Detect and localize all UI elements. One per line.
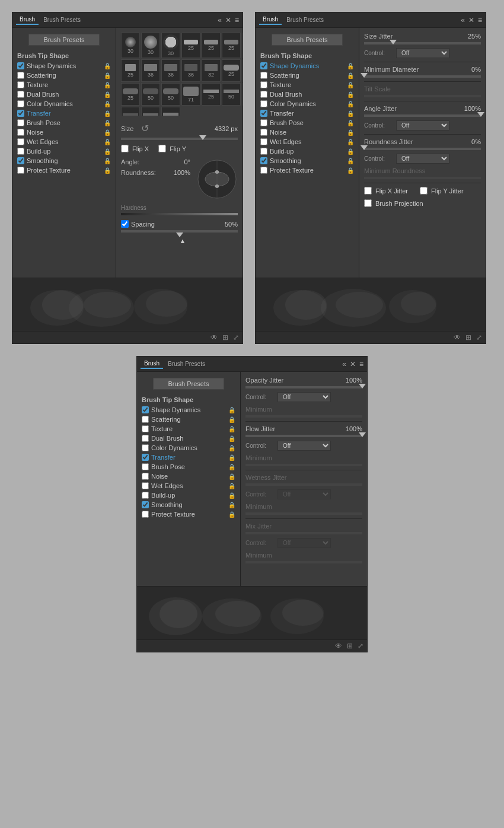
cb-flip-y[interactable] [158, 145, 166, 152]
brush-cell-4[interactable]: 25 [181, 33, 200, 58]
cb-protect-texture-2[interactable] [260, 167, 267, 174]
angle-circle-container[interactable] [196, 158, 238, 200]
sidebar-color-dynamics-3[interactable]: Color Dynamics 🔒 [137, 443, 240, 453]
sidebar-color-dynamics-1[interactable]: Color Dynamics 🔒 [12, 99, 116, 109]
sidebar-brush-pose-1[interactable]: Brush Pose 🔒 [12, 118, 116, 128]
cb-noise-2[interactable] [260, 129, 267, 136]
cb-transfer-2[interactable] [260, 110, 267, 117]
cb-noise-3[interactable] [142, 473, 149, 480]
cb-brush-pose-2[interactable] [260, 119, 267, 126]
cb-wet-edges-1[interactable] [17, 138, 24, 145]
preview-eye-icon-3[interactable]: 👁 [335, 642, 342, 650]
sidebar-wet-edges-1[interactable]: Wet Edges 🔒 [12, 137, 116, 147]
size-slider-1[interactable] [121, 138, 238, 140]
cb-texture-1[interactable] [17, 81, 24, 88]
cb-protect-texture-3[interactable] [142, 511, 149, 518]
sidebar-scattering-3[interactable]: Scattering 🔒 [137, 415, 240, 424]
menu-icon-1[interactable]: ≡ [235, 16, 239, 24]
sidebar-buildup-2[interactable]: Build-up 🔒 [256, 147, 359, 156]
preview-grid-icon-3[interactable]: ⊞ [347, 642, 353, 650]
cb-brush-pose-1[interactable] [17, 119, 24, 126]
sidebar-texture-2[interactable]: Texture 🔒 [256, 80, 359, 90]
brush-presets-btn-1[interactable]: Brush Presets [28, 34, 100, 46]
sidebar-shape-dynamics-2[interactable]: Shape Dynamics 🔒 [256, 61, 359, 71]
sidebar-brush-pose-2[interactable]: Brush Pose 🔒 [256, 118, 359, 128]
roundness-jitter-slider[interactable] [364, 148, 481, 150]
cb-dual-brush-1[interactable] [17, 91, 24, 98]
brush-presets-btn-2[interactable]: Brush Presets [272, 34, 343, 46]
sidebar-smoothing-3[interactable]: Smoothing 🔒 [137, 500, 240, 509]
cb-transfer-1[interactable] [17, 110, 24, 117]
sidebar-color-dynamics-2[interactable]: Color Dynamics 🔒 [256, 99, 359, 109]
brush-cell-5[interactable]: 25 [202, 33, 221, 58]
sidebar-transfer-3[interactable]: Transfer 🔒 [137, 453, 240, 462]
tab-brush-presets-3[interactable]: Brush Presets [164, 359, 209, 368]
sidebar-buildup-3[interactable]: Build-up 🔒 [137, 491, 240, 500]
cb-texture-2[interactable] [260, 81, 267, 88]
flow-jitter-slider[interactable] [245, 435, 362, 437]
brush-cell-11[interactable]: 36 [181, 59, 200, 82]
sidebar-brush-pose-3[interactable]: Brush Pose 🔒 [137, 462, 240, 472]
angle-jitter-select[interactable]: Off [396, 120, 449, 130]
brush-cell-21[interactable]: 50 [242, 83, 243, 106]
size-jitter-slider[interactable] [364, 42, 481, 44]
sidebar-smoothing-2[interactable]: Smoothing 🔒 [256, 156, 359, 165]
cb-shape-dynamics-2[interactable] [260, 62, 267, 69]
sidebar-dual-brush-3[interactable]: Dual Brush 🔒 [137, 434, 240, 443]
brush-cell-16[interactable]: 50 [141, 83, 160, 106]
collapse-icon-3[interactable]: « [342, 360, 346, 368]
sidebar-shape-dynamics-3[interactable]: Shape Dynamics 🔒 [137, 405, 240, 415]
cb-color-dynamics-1[interactable] [17, 100, 24, 107]
cb-dual-brush-3[interactable] [142, 435, 149, 442]
close-icon-2[interactable]: ✕ [468, 16, 474, 24]
tab-brush-1[interactable]: Brush [16, 15, 39, 25]
hardness-slider[interactable] [121, 213, 238, 215]
preview-eye-icon[interactable]: 👁 [210, 333, 218, 342]
preview-resize-icon-3[interactable]: ⤢ [358, 642, 363, 650]
tab-brush-presets-1[interactable]: Brush Presets [40, 15, 84, 24]
cb-scattering-1[interactable] [17, 72, 24, 79]
sidebar-noise-3[interactable]: Noise 🔒 [137, 472, 240, 481]
brush-cell-14[interactable]: 50 [242, 59, 243, 82]
angle-jitter-slider[interactable] [364, 114, 481, 117]
cb-noise-1[interactable] [17, 129, 24, 136]
brush-cell-20[interactable]: 50 [222, 83, 241, 106]
sidebar-transfer-1[interactable]: Transfer 🔒 [12, 109, 116, 118]
size-jitter-select[interactable]: Off [396, 48, 449, 58]
cb-buildup-2[interactable] [260, 148, 267, 155]
sidebar-smoothing-1[interactable]: Smoothing 🔒 [12, 156, 116, 165]
collapse-icon-2[interactable]: « [461, 16, 465, 24]
menu-icon-2[interactable]: ≡ [478, 16, 482, 24]
collapse-icon-1[interactable]: « [218, 16, 222, 24]
brush-cell-3[interactable]: 30 [161, 33, 180, 58]
sidebar-shape-dynamics-1[interactable]: Shape Dynamics 🔒 [12, 61, 116, 71]
cb-brush-pose-3[interactable] [142, 463, 149, 470]
brush-cell-13[interactable]: 25 [222, 59, 241, 82]
cb-spacing[interactable] [121, 220, 129, 228]
cb-flip-x-jitter[interactable] [364, 187, 372, 195]
close-icon-3[interactable]: ✕ [350, 360, 356, 368]
brush-cell-7[interactable]: 36 [242, 33, 243, 58]
sidebar-transfer-2[interactable]: Transfer 🔒 [256, 109, 359, 118]
sidebar-dual-brush-2[interactable]: Dual Brush 🔒 [256, 90, 359, 99]
flow-jitter-select[interactable]: Off [277, 441, 331, 451]
brush-cell-8[interactable]: 25 [121, 59, 140, 82]
sidebar-scattering-2[interactable]: Scattering 🔒 [256, 71, 359, 80]
size-reset-icon[interactable]: ↺ [141, 123, 149, 134]
preview-grid-icon-2[interactable]: ⊞ [465, 333, 471, 342]
cb-color-dynamics-3[interactable] [142, 444, 149, 451]
opacity-jitter-slider[interactable] [245, 386, 362, 388]
brush-cell-18[interactable]: 71 [181, 83, 200, 106]
cb-wet-edges-2[interactable] [260, 138, 267, 145]
brush-cell-17[interactable]: 50 [161, 83, 180, 106]
sidebar-buildup-1[interactable]: Build-up 🔒 [12, 147, 116, 156]
cb-flip-y-jitter[interactable] [420, 187, 428, 195]
menu-icon-3[interactable]: ≡ [359, 360, 363, 368]
cb-color-dynamics-2[interactable] [260, 100, 267, 107]
brush-cell-24[interactable]: 36 [161, 107, 180, 116]
sidebar-texture-3[interactable]: Texture 🔒 [137, 424, 240, 434]
cb-smoothing-2[interactable] [260, 157, 267, 164]
cb-texture-3[interactable] [142, 425, 149, 432]
sidebar-wet-edges-3[interactable]: Wet Edges 🔒 [137, 481, 240, 491]
brush-cell-22[interactable]: 50 [121, 107, 140, 116]
